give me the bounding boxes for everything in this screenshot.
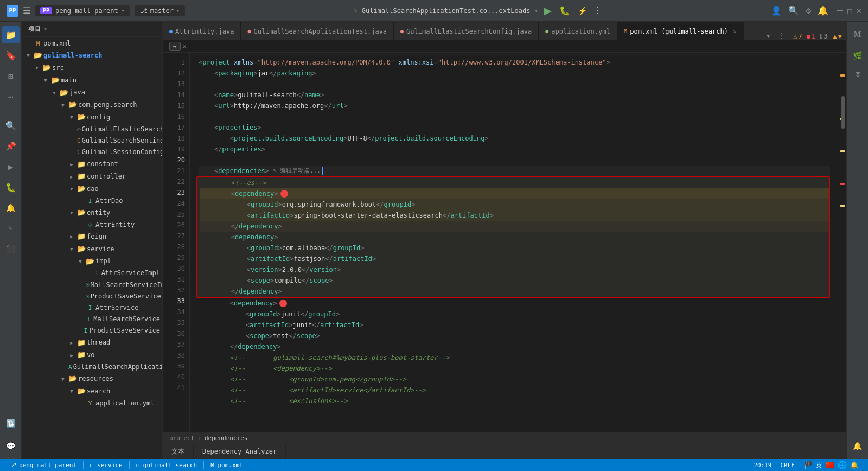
tab-application-yml[interactable]: ● application.yml <box>539 22 617 40</box>
scroll-down-icon[interactable]: ▼ <box>838 33 842 40</box>
sidebar-icon-more[interactable]: ⋯ <box>2 88 20 105</box>
tab-gulimall-test[interactable]: ● GulimallSearchApplicationTest.java <box>241 22 394 40</box>
sidebar-icon-git[interactable]: ⑂ <box>2 220 20 237</box>
status-module[interactable]: ◻ gulimall-search <box>132 462 202 469</box>
tree-item-main[interactable]: ▼ 📂 main <box>22 74 162 87</box>
status-file[interactable]: Μ pom.xml <box>206 462 247 469</box>
tree-item-resources[interactable]: ▼ 📂 resources <box>22 373 162 385</box>
attr-service-icon: I <box>86 303 94 313</box>
more-run-options[interactable]: ⋮ <box>593 5 602 16</box>
tree-item-feign[interactable]: ▶ 📁 feign <box>22 231 162 243</box>
tree-item-product-save-impl[interactable]: ☉ ProductSaveServiceImpl <box>22 291 162 302</box>
line-num-40: 40 <box>163 372 189 383</box>
tree-item-java[interactable]: ▼ 📂 java <box>22 87 162 99</box>
status-position[interactable]: 20:19 <box>749 462 776 469</box>
bottom-breadcrumb: project › dependencies <box>163 432 846 444</box>
tree-item-controller[interactable]: ▶ 📁 controller <box>22 170 162 183</box>
sidebar-icon-bookmarks[interactable]: 🔖 <box>2 47 20 64</box>
bottom-tab-dependency[interactable]: Dependency Analyzer <box>194 444 286 460</box>
coverage-button[interactable]: ⚡ <box>577 5 588 16</box>
search-icon[interactable]: 🔍 <box>788 5 799 16</box>
bottom-tab-text[interactable]: 文本 <box>163 444 194 460</box>
mall-search-service-label: MallSearchService <box>93 314 160 324</box>
tree-item-product-save-service[interactable]: I ProductSaveService <box>22 325 162 336</box>
sidebar-icon-pin[interactable]: 📌 <box>2 137 20 155</box>
tree-item-attr-service[interactable]: I AttrService <box>22 302 162 314</box>
run-config-selector[interactable]: ▷ GulimallSearchApplicationTest.co...ext… <box>354 7 538 15</box>
sidebar-icon-bottom1[interactable]: 🔃 <box>2 415 20 432</box>
tree-item-impl[interactable]: ▼ 📂 impl <box>22 256 162 268</box>
scrollbar-thumb[interactable] <box>841 96 845 129</box>
branch-selector[interactable]: ⎇ master ▾ <box>135 5 185 16</box>
tree-item-constant[interactable]: ▶ 📁 constant <box>22 158 162 171</box>
breadcrumb-replace-icon[interactable]: ↔ <box>169 42 181 51</box>
gulimall-app-icon: A <box>68 362 72 372</box>
right-icon-spring[interactable]: 🌿 <box>849 47 866 64</box>
breadcrumb-item-dependencies[interactable]: dependencies <box>205 435 247 442</box>
tree-item-application-yml[interactable]: Y application.yml <box>22 398 162 409</box>
tree-item-dao[interactable]: ▼ 📂 dao <box>22 183 162 195</box>
project-selector[interactable]: PP peng-mall-parent ▾ <box>35 5 130 16</box>
debug-button[interactable]: 🐛 <box>558 4 571 17</box>
run-button[interactable]: ▶ <box>543 4 553 18</box>
status-service[interactable]: ◻ service <box>86 462 127 469</box>
tree-item-gulimall-search[interactable]: ▼ 📂 gulimall-search <box>22 49 162 62</box>
hamburger-icon[interactable]: ☰ <box>23 5 30 16</box>
maximize-button[interactable]: □ <box>847 7 852 15</box>
error-icon: ● <box>807 33 810 40</box>
status-separator1 <box>83 461 84 469</box>
tree-item-attr-dao[interactable]: I AttrDao <box>22 195 162 207</box>
tree-item-mall-search-impl[interactable]: ☉ MallSearchServiceImpl <box>22 279 162 291</box>
user-icon[interactable]: 👤 <box>771 5 782 16</box>
tab-attr-entity[interactable]: ● AttrEntity.java <box>163 22 241 40</box>
code-line-36: <scope>test</scope> <box>199 330 830 341</box>
code-content[interactable]: <project xmlns="http://maven.apache.org/… <box>190 53 839 432</box>
tabs-dropdown-icon[interactable]: ▾ <box>762 31 775 40</box>
tree-item-service[interactable]: ▼ 📂 service <box>22 243 162 256</box>
right-icon-notifications[interactable]: 🔔 <box>849 437 866 455</box>
sidebar-icon-terminal[interactable]: ⬛ <box>2 240 20 258</box>
tree-item-thread[interactable]: ▶ 📁 thread <box>22 337 162 349</box>
sidebar-icon-find[interactable]: 🔍 <box>2 117 20 134</box>
bottom-tabs-bar: 文本 Dependency Analyzer <box>163 444 846 459</box>
close-button[interactable]: ✕ <box>856 7 861 15</box>
status-encoding[interactable]: CRLF <box>776 462 800 469</box>
pom-xml-tab-close[interactable]: ✕ <box>733 28 737 35</box>
notifications-icon[interactable]: 🔔 <box>818 5 828 16</box>
gutter-mark-3 <box>840 150 845 152</box>
tree-item-vo[interactable]: ▶ 📁 vo <box>22 349 162 361</box>
tree-item-com-peng-search[interactable]: ▼ 📂 com.peng.search <box>22 99 162 111</box>
breadcrumb-close-search-icon[interactable]: ✕ <box>183 43 187 50</box>
sidebar-icon-structure[interactable]: ⊞ <box>2 67 20 85</box>
tree-item-attr-entity[interactable]: ☉ AttrEntity <box>22 219 162 231</box>
branch-name: master <box>150 7 174 15</box>
line-num-1: 1 <box>163 57 189 68</box>
tree-item-attr-service-impl[interactable]: ☉ AttrServiceImpl <box>22 268 162 279</box>
tree-item-session-config[interactable]: C GulimallSessionConfig.java <box>22 147 162 158</box>
minimize-button[interactable]: ─ <box>837 6 843 16</box>
tab-elastic-config[interactable]: ● GulimallElasticSearchConfig.java <box>394 22 539 40</box>
tree-item-mall-search-service[interactable]: I MallSearchService <box>22 314 162 325</box>
tree-item-gulimall-app[interactable]: A GulimallSearchApplication <box>22 361 162 373</box>
settings-icon[interactable]: ⚙ <box>806 5 811 16</box>
tab-pom-xml[interactable]: M pom.xml (gulimall-search) ✕ <box>617 22 744 40</box>
tree-item-config[interactable]: ▼ 📂 config <box>22 111 162 124</box>
right-icon-maven[interactable]: M <box>849 26 866 43</box>
status-git[interactable]: ⎇ peng-mall-parent <box>5 462 81 469</box>
sidebar-icon-notifications2[interactable]: 🔔 <box>2 199 20 217</box>
attr-entity-icon: ☉ <box>86 220 94 230</box>
sidebar-icon-project[interactable]: 📁 <box>2 26 20 43</box>
tree-item-search-dir[interactable]: ▼ 📂 search <box>22 385 162 398</box>
breadcrumb-item-project[interactable]: project <box>169 435 194 442</box>
tree-item-src[interactable]: ▼ 📂 src <box>22 62 162 74</box>
scroll-up-icon[interactable]: ▲ <box>833 33 837 40</box>
sidebar-icon-bottom2[interactable]: 💬 <box>2 437 20 455</box>
tree-item-entity[interactable]: ▼ 📂 entity <box>22 207 162 219</box>
tree-item-sentinel-config[interactable]: C GulimallSearchSentinelConfig.java <box>22 135 162 147</box>
sidebar-icon-debug[interactable]: 🐛 <box>2 179 20 196</box>
tree-item-pom-root[interactable]: M pom.xml <box>22 38 162 49</box>
sidebar-icon-run[interactable]: ▶ <box>2 158 20 175</box>
tree-item-elastic-config[interactable]: ☉ GulimallElasticSearchConfig <box>22 124 162 135</box>
tabs-settings-icon[interactable]: ⋮ <box>775 31 789 40</box>
right-icon-db[interactable]: 🗄 <box>849 67 866 85</box>
